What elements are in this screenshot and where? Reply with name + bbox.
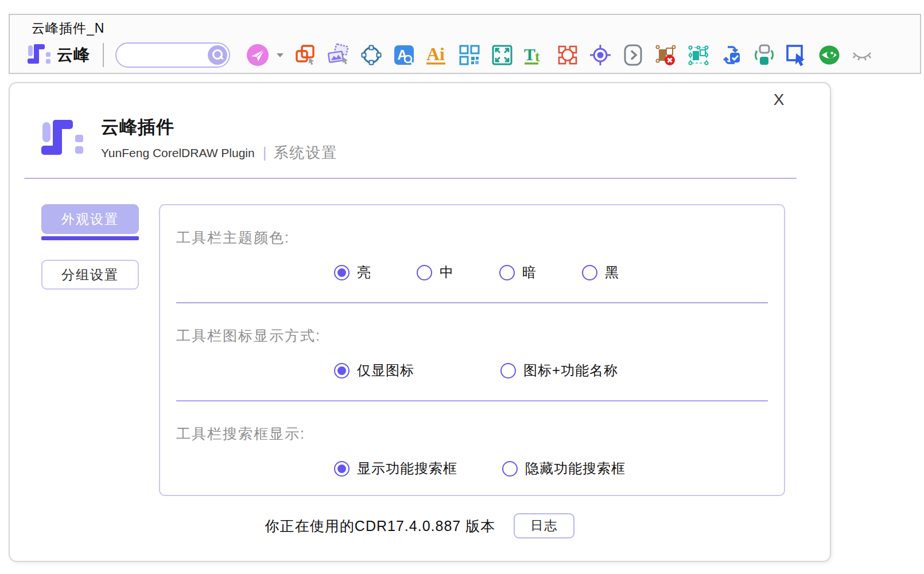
dialog-subtitle: YunFeng CorelDRAW Plugin	[101, 146, 255, 160]
duplicate-squares-icon[interactable]	[294, 44, 317, 67]
delete-group-icon[interactable]	[654, 44, 677, 67]
group-label: 工具栏主题颜色:	[176, 228, 768, 247]
radio-option-icon-and-name[interactable]: 图标+功能名称	[500, 361, 618, 380]
radio-label: 图标+功能名称	[523, 361, 618, 380]
dialog-main: 外观设置 分组设置 工具栏主题颜色: 亮 中	[41, 204, 785, 496]
radio-option-black[interactable]: 黑	[582, 263, 619, 282]
side-panel-chevron-icon[interactable]	[622, 44, 645, 67]
search-box-group: 工具栏搜索框显示: 显示功能搜索框 隐藏功能搜索框	[176, 401, 768, 478]
radio-label: 显示功能搜索框	[357, 459, 457, 478]
window-title: 云峰插件_N	[10, 17, 920, 37]
plugin-logo-icon	[40, 119, 84, 159]
settings-panel: 工具栏主题颜色: 亮 中 暗	[159, 204, 785, 496]
stamp-qr-icon[interactable]	[556, 44, 579, 67]
dialog-footer: 你正在使用的CDR17.4.0.887 版本 日志	[10, 513, 830, 538]
radio-option-medium[interactable]: 中	[417, 263, 454, 282]
select-group-icon[interactable]	[687, 44, 710, 67]
svg-text:Ai: Ai	[426, 44, 445, 64]
qr-code-icon[interactable]	[458, 44, 481, 67]
radio-option-hide-search[interactable]: 隐藏功能搜索框	[502, 459, 626, 478]
radio-label: 隐藏功能搜索框	[525, 459, 626, 478]
font-search-icon[interactable]: A	[393, 44, 416, 67]
fit-expand-icon[interactable]	[491, 44, 514, 67]
icon-display-group: 工具栏图标显示方式: 仅显图标 图标+功能名称	[176, 303, 768, 401]
rotate-swap-icon[interactable]	[752, 44, 775, 67]
toolbar-icons: A Ai	[246, 44, 873, 67]
svg-text:T: T	[524, 45, 535, 64]
toolbar-divider	[103, 43, 104, 67]
title-separator: |	[263, 144, 267, 162]
settings-sidebar: 外观设置 分组设置	[41, 204, 139, 496]
settings-dialog: X 云峰插件 YunFeng CorelDRAW Plugin | 系统设置 外…	[9, 82, 831, 562]
radio-button[interactable]	[500, 363, 516, 378]
show-eye-icon[interactable]	[818, 44, 841, 67]
plugin-toolbar: 云峰插件_N 云峰	[9, 14, 921, 74]
radio-button[interactable]	[334, 461, 350, 477]
radio-option-icon-only[interactable]: 仅显图标	[334, 361, 414, 380]
radio-button[interactable]	[334, 363, 350, 378]
group-label: 工具栏搜索框显示:	[176, 424, 768, 443]
search-input[interactable]	[125, 45, 205, 65]
radio-label: 黑	[605, 263, 619, 282]
radio-label: 暗	[522, 263, 537, 282]
ellipse-nodes-icon[interactable]	[360, 44, 383, 67]
close-icon[interactable]: X	[769, 90, 789, 110]
svg-text:t: t	[535, 48, 540, 65]
toolbar-row: 云峰	[10, 37, 920, 73]
group-label: 工具栏图标显示方式:	[176, 326, 768, 345]
hide-eye-icon[interactable]	[851, 44, 873, 67]
select-area-icon[interactable]	[785, 44, 808, 67]
dropdown-caret-icon[interactable]	[275, 52, 285, 58]
brand-logo-icon	[27, 44, 51, 67]
toolbar-search[interactable]	[115, 42, 230, 68]
radio-label: 仅显图标	[357, 361, 414, 380]
radio-option-bright[interactable]: 亮	[334, 263, 371, 282]
version-text: 你正在使用的CDR17.4.0.887 版本	[265, 517, 495, 536]
ai-text-icon[interactable]: Ai	[425, 44, 448, 67]
radio-button[interactable]	[502, 461, 518, 477]
radio-label: 亮	[357, 263, 371, 282]
brand-name: 云峰	[57, 44, 90, 66]
radio-button[interactable]	[334, 265, 350, 280]
search-icon[interactable]	[208, 45, 227, 65]
radio-button[interactable]	[417, 265, 432, 280]
dialog-header: 云峰插件 YunFeng CorelDRAW Plugin | 系统设置	[40, 115, 830, 163]
radio-option-dark[interactable]: 暗	[499, 263, 537, 282]
header-divider	[24, 178, 797, 179]
section-title: 系统设置	[273, 143, 337, 163]
text-case-icon[interactable]: T t	[523, 44, 546, 67]
log-button[interactable]: 日志	[514, 513, 574, 538]
import-images-icon[interactable]	[327, 44, 350, 67]
radio-button[interactable]	[582, 265, 597, 280]
dialog-title: 云峰插件	[101, 115, 337, 139]
batch-check-icon[interactable]	[720, 44, 743, 67]
active-tab-indicator	[41, 236, 139, 240]
paper-plane-tool-icon[interactable]	[246, 44, 269, 67]
tab-group-settings[interactable]: 分组设置	[41, 260, 139, 290]
radio-button[interactable]	[499, 265, 515, 280]
theme-color-group: 工具栏主题颜色: 亮 中 暗	[176, 205, 768, 303]
dialog-title-block: 云峰插件 YunFeng CorelDRAW Plugin | 系统设置	[101, 115, 337, 163]
radio-option-show-search[interactable]: 显示功能搜索框	[334, 459, 457, 478]
tab-appearance-settings[interactable]: 外观设置	[41, 204, 139, 234]
radio-label: 中	[440, 263, 454, 282]
center-target-icon[interactable]	[589, 44, 612, 67]
